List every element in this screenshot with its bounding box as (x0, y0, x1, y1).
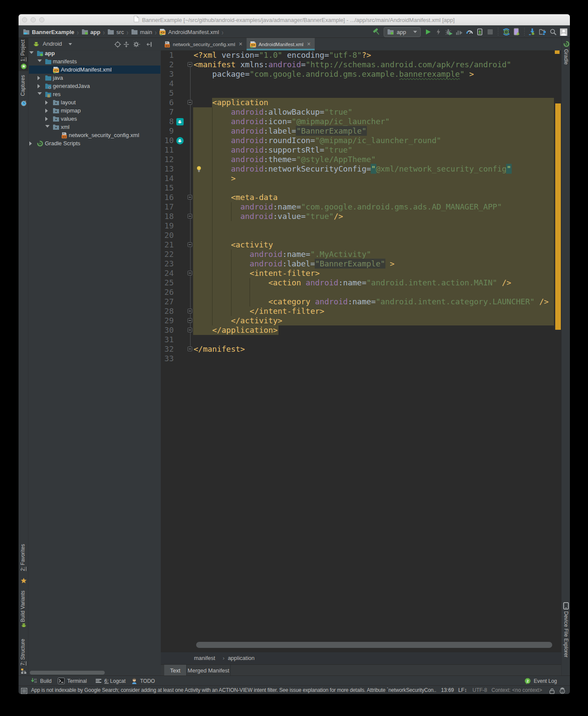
tree-item-mipmap[interactable]: mipmap (29, 106, 160, 115)
intention-bulb-icon[interactable] (196, 166, 203, 173)
tool-window-button-build[interactable]: 0110Build (31, 676, 52, 686)
run-configuration-select[interactable]: app (384, 27, 421, 37)
tree-item-java[interactable]: java (29, 74, 160, 82)
build-hammer-button[interactable] (372, 28, 380, 36)
tool-window-button-event-log[interactable]: 2Event Log (524, 676, 557, 686)
nav-breadcrumb-app[interactable]: app (81, 28, 100, 35)
close-tab-icon[interactable]: ✕ (307, 41, 311, 47)
scrollbar-highlight-marker[interactable] (555, 103, 561, 330)
debug-bug-button[interactable] (445, 28, 453, 36)
tool-window-button-label[interactable]: Event Log (534, 678, 557, 684)
caret-position[interactable]: 13:69 (441, 687, 454, 693)
nav-breadcrumb-bannerexample[interactable]: BannerExample (23, 28, 74, 35)
collapse-all-button[interactable] (122, 41, 130, 48)
tree-item-label[interactable]: app (45, 50, 55, 56)
tree-item-label[interactable]: java (53, 75, 63, 81)
tree-item-androidmanifest-xml[interactable]: <>AndroidManifest.xml (29, 66, 160, 74)
fold-marker[interactable] (188, 62, 192, 67)
view-tab-text[interactable]: Text (164, 665, 187, 676)
tool-window-button-label[interactable]: 6: Logcat (104, 678, 125, 684)
tree-item-label[interactable]: network_security_config.xml (69, 132, 139, 138)
tool-window-button-label[interactable]: Terminal (67, 678, 87, 684)
avd-manager-phone-button[interactable] (513, 28, 520, 36)
tool-window-button-1-project[interactable]: 1: Project (20, 40, 26, 62)
tree-item-label[interactable]: values (61, 116, 77, 122)
tree-item-generatedjava[interactable]: generatedJava (29, 82, 160, 90)
project-view-selector[interactable]: Android (43, 41, 62, 47)
nav-breadcrumb-main[interactable]: main (131, 28, 152, 35)
tree-collapse-arrow-icon[interactable] (38, 59, 42, 62)
profiler-gauge-button[interactable] (466, 28, 473, 36)
tool-window-button-2-favorites[interactable]: 2: Favorites (20, 544, 26, 571)
breadcrumb-label[interactable]: BannerExample (32, 29, 74, 35)
fold-marker[interactable] (188, 309, 192, 313)
tree-item-xml[interactable]: xml (29, 123, 160, 131)
editor-tab-label[interactable]: network_security_config.xml (173, 42, 235, 47)
tree-expand-arrow-icon[interactable] (45, 100, 48, 105)
fold-marker[interactable] (188, 242, 192, 247)
tool-window-button-todo[interactable]: TODO (131, 676, 155, 686)
editor-tab-label[interactable]: AndroidManifest.xml (259, 42, 303, 47)
fold-marker[interactable] (188, 214, 192, 219)
run-play-button[interactable] (424, 28, 432, 36)
tree-collapse-arrow-icon[interactable] (45, 125, 50, 128)
fold-marker[interactable] (188, 271, 192, 275)
tool-window-button-6-logcat[interactable]: 6: Logcat (95, 676, 125, 686)
tree-expand-arrow-icon[interactable] (38, 76, 40, 80)
tool-window-button-label[interactable]: TODO (140, 678, 155, 684)
breadcrumb-label[interactable]: main (140, 29, 152, 35)
lock-icon[interactable] (548, 687, 556, 694)
locate-button[interactable] (114, 41, 121, 48)
fold-marker[interactable] (188, 195, 192, 200)
tree-item-label[interactable]: generatedJava (53, 83, 90, 89)
editor[interactable]: 1234567891011121314151617181920212223242… (161, 50, 561, 652)
tree-expand-arrow-icon[interactable] (38, 84, 40, 88)
search-button[interactable] (549, 28, 557, 36)
fold-marker[interactable] (188, 318, 192, 323)
attach-debugger-phone-button[interactable] (476, 28, 484, 36)
xml-breadcrumb-application[interactable]: application (228, 655, 254, 661)
tree-collapse-arrow-icon[interactable] (29, 51, 34, 54)
editor-horizontal-scrollbar[interactable] (196, 642, 552, 648)
tree-item-gradle-scripts[interactable]: Gradle Scripts (29, 139, 160, 147)
tree-item-label[interactable]: AndroidManifest.xml (61, 66, 112, 73)
tool-window-button-gradle[interactable]: Gradle (563, 49, 569, 65)
line-separator[interactable]: LF↕ (458, 687, 467, 693)
tool-window-button-label[interactable]: Build (40, 678, 52, 684)
apply-changes-lightning-button[interactable] (435, 28, 442, 36)
tree-expand-arrow-icon[interactable] (29, 141, 32, 146)
project-horizontal-scrollbar[interactable] (30, 671, 105, 675)
tree-item-layout[interactable]: layout (29, 98, 160, 106)
profile-run-button[interactable] (455, 28, 463, 36)
hector-inspection-icon[interactable] (559, 687, 566, 694)
tree-item-label[interactable]: res (53, 91, 61, 97)
stop-button[interactable] (486, 28, 494, 36)
tree-item-res[interactable]: res (29, 90, 160, 98)
xml-breadcrumb-manifest[interactable]: manifest (194, 655, 215, 661)
tree-collapse-arrow-icon[interactable] (38, 92, 42, 95)
tree-expand-arrow-icon[interactable] (45, 109, 48, 113)
sync-gradle-button[interactable] (502, 28, 510, 36)
context-indicator[interactable]: Context: <no context> (491, 687, 542, 693)
fold-marker[interactable] (188, 100, 192, 105)
file-encoding[interactable]: UTF-8 (472, 687, 487, 693)
tree-item-network-security-config-xml[interactable]: <>network_security_config.xml (29, 131, 160, 139)
fold-marker[interactable] (188, 347, 192, 351)
settings-gear-button[interactable] (133, 41, 141, 48)
tree-item-label[interactable]: layout (61, 99, 76, 106)
toggle-tool-window-bars-icon[interactable] (20, 687, 28, 694)
tool-window-button-device-file-explorer[interactable]: Device File Explorer (563, 611, 569, 657)
breadcrumb-label[interactable]: app (91, 29, 100, 35)
breadcrumb-label[interactable]: AndroidManifest.xml (168, 29, 219, 35)
avatar-button[interactable] (560, 28, 567, 36)
tree-item-values[interactable]: values (29, 115, 160, 123)
sdk-manager-button[interactable] (529, 28, 536, 36)
editor-tab-network-security-config-xml[interactable]: <>network_security_config.xml✕ (161, 38, 247, 50)
tree-item-label[interactable]: xml (61, 124, 69, 130)
tree-item-label[interactable]: manifests (53, 58, 77, 65)
android-gutter-square-icon[interactable] (176, 118, 184, 125)
tree-item-label[interactable]: mipmap (61, 107, 81, 114)
breadcrumb-label[interactable]: src (116, 29, 124, 35)
view-tab-merged-manifest[interactable]: Merged Manifest (187, 665, 231, 676)
hide-panel-button[interactable] (146, 41, 153, 48)
